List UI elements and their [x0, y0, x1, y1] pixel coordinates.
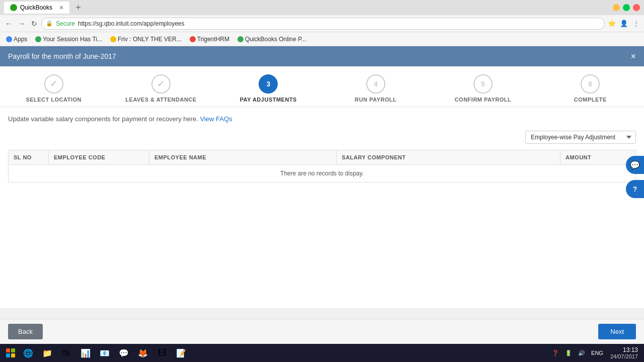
qbo-icon	[237, 36, 244, 42]
pay-adjustment-dropdown[interactable]: Employee-wise Pay Adjustment Component-w…	[525, 131, 636, 144]
bookmark-qbo-label: QuickBooks Online P...	[245, 36, 306, 43]
new-tab-button[interactable]: +	[75, 3, 81, 13]
no-records-text: There are no records to dispay.	[9, 165, 636, 183]
bookmark-session-label: Your Session Has Ti...	[43, 36, 102, 43]
address-bar[interactable]: 🔒 Secure https://sg.qbo.intuit.com/app/e…	[41, 18, 605, 30]
secure-label: Secure	[56, 20, 75, 27]
step-6-label: COMPLETE	[574, 97, 607, 103]
bookmark-trigent[interactable]: TrigentHRM	[188, 35, 231, 44]
next-button[interactable]: Next	[598, 324, 636, 339]
step-5-label: CONFIRM PAYROLL	[455, 97, 512, 103]
table-body: There are no records to dispay.	[9, 165, 636, 183]
table-header: SL NO EMPLOYEE CODE EMPLOYEE NAME SALARY…	[9, 150, 636, 165]
taskbar-store[interactable]: 🛍	[57, 346, 75, 360]
apps-icon	[6, 36, 12, 42]
bookmark-apps[interactable]: Apps	[4, 35, 29, 44]
clock-date: 24/07/2017	[610, 353, 638, 359]
col-employee-name: EMPLOYEE NAME	[149, 150, 337, 165]
chat-bubble[interactable]: 💬	[626, 156, 644, 174]
tray-help[interactable]: ❓	[550, 350, 561, 356]
step-3-circle: 3	[259, 74, 278, 94]
toolbar: Employee-wise Pay Adjustment Component-w…	[8, 131, 636, 144]
bookmark-friv[interactable]: Friv : ONLY THE VER...	[108, 35, 184, 44]
taskbar: 🌐 📁 🛍 📊 📧 💬 🦊 🎞 📝 ❓ 🔋 🔊 ENG 13:13 24/07/…	[0, 344, 644, 362]
taskbar-excel[interactable]: 📊	[76, 346, 95, 360]
main-content: Update variable salary components for pa…	[0, 107, 644, 308]
taskbar-clock[interactable]: 13:13 24/07/2017	[607, 346, 641, 359]
step-6-circle: 6	[581, 74, 600, 94]
col-employee-code: EMPLOYEE CODE	[49, 150, 149, 165]
info-paragraph: Update variable salary components for pa…	[8, 115, 636, 123]
media-icon: 🎞	[158, 348, 166, 357]
taskbar-notes[interactable]: 📝	[172, 346, 190, 360]
taskbar-firefox[interactable]: 🦊	[134, 346, 152, 360]
step-leaves-attendance[interactable]: LEAVES & ATTENDANCE	[107, 74, 214, 103]
skype-icon: 💬	[119, 348, 129, 358]
step-complete[interactable]: 6 COMPLETE	[537, 74, 644, 103]
step-pay-adjustments[interactable]: 3 PAY ADJUSTMENTS	[215, 74, 322, 103]
taskbar-media[interactable]: 🎞	[153, 346, 171, 360]
step-2-circle	[151, 74, 171, 94]
pay-adjustments-table: SL NO EMPLOYEE CODE EMPLOYEE NAME SALARY…	[8, 150, 636, 183]
start-button[interactable]	[3, 346, 18, 360]
forward-nav-button[interactable]: →	[16, 19, 27, 29]
friv-icon	[110, 36, 116, 42]
taskbar-skype[interactable]: 💬	[115, 346, 133, 360]
menu-button[interactable]: ⋮	[631, 19, 641, 29]
table-header-row: SL NO EMPLOYEE CODE EMPLOYEE NAME SALARY…	[9, 150, 636, 165]
app-container: Payroll for the month of June-2017 × SEL…	[0, 46, 644, 308]
payroll-close-button[interactable]: ×	[630, 52, 636, 61]
info-text-static: Update variable salary components for pa…	[8, 115, 198, 123]
taskbar-ie[interactable]: 🌐	[19, 346, 37, 360]
col-salary-component: SALARY COMPONENT	[337, 150, 560, 165]
maximize-button[interactable]	[623, 4, 630, 11]
bookmarks-bar: Apps Your Session Has Ti... Friv : ONLY …	[0, 32, 644, 46]
profile-button[interactable]: 👤	[619, 19, 629, 29]
help-bubble[interactable]: ?	[626, 180, 644, 198]
view-faqs-link[interactable]: View FAQs	[200, 115, 232, 123]
help-icon: ?	[633, 185, 637, 193]
bookmark-session[interactable]: Your Session Has Ti...	[33, 35, 104, 44]
url-text: https://sg.qbo.intuit.com/app/employees	[78, 20, 184, 27]
step-4-label: RUN PAYROLL	[355, 97, 396, 103]
bookmark-trigent-label: TrigentHRM	[197, 36, 229, 43]
secure-icon: 🔒	[46, 20, 53, 27]
extensions-button[interactable]: ⭐	[607, 19, 617, 29]
excel-icon: 📊	[80, 348, 91, 358]
bookmark-apps-label: Apps	[14, 36, 27, 43]
footer-bar: Back Next	[0, 319, 644, 344]
tray-lang[interactable]: ENG	[589, 350, 605, 356]
firefox-icon: 🦊	[138, 348, 148, 358]
step-confirm-payroll[interactable]: 5 CONFIRM PAYROLL	[429, 74, 536, 103]
back-button[interactable]: Back	[8, 324, 43, 339]
back-nav-button[interactable]: ←	[3, 19, 14, 29]
steps-bar: SELECT LOCATION LEAVES & ATTENDANCE 3 PA…	[0, 66, 644, 107]
tray-volume[interactable]: 🔊	[576, 350, 587, 356]
browser-tab[interactable]: QuickBooks ×	[4, 2, 69, 14]
browser-title-bar: QuickBooks × +	[0, 0, 644, 15]
bookmark-qbo[interactable]: QuickBooks Online P...	[235, 35, 308, 44]
step-select-location[interactable]: SELECT LOCATION	[0, 74, 107, 103]
tab-favicon	[10, 4, 17, 11]
reload-button[interactable]: ↻	[29, 19, 39, 29]
taskbar-tray: ❓ 🔋 🔊 ENG 13:13 24/07/2017	[550, 346, 641, 359]
windows-logo	[6, 348, 15, 357]
step-4-circle: 4	[366, 74, 385, 94]
payroll-header: Payroll for the month of June-2017 ×	[0, 46, 644, 66]
store-icon: 🛍	[62, 348, 70, 357]
step-1-label: SELECT LOCATION	[26, 97, 82, 103]
tray-battery[interactable]: 🔋	[563, 350, 574, 356]
taskbar-explorer[interactable]: 📁	[38, 346, 56, 360]
step-5-circle: 5	[473, 74, 493, 94]
minimize-button[interactable]	[613, 4, 620, 11]
step-run-payroll[interactable]: 4 RUN PAYROLL	[322, 74, 429, 103]
explorer-icon: 📁	[42, 348, 52, 358]
tab-close[interactable]: ×	[59, 4, 63, 12]
window-close-button[interactable]	[633, 4, 640, 11]
window-controls	[613, 4, 640, 11]
session-icon	[35, 36, 41, 42]
tab-title: QuickBooks	[20, 4, 52, 11]
notes-icon: 📝	[176, 348, 186, 358]
taskbar-outlook[interactable]: 📧	[96, 346, 114, 360]
nav-icons: ⭐ 👤 ⋮	[607, 19, 641, 29]
